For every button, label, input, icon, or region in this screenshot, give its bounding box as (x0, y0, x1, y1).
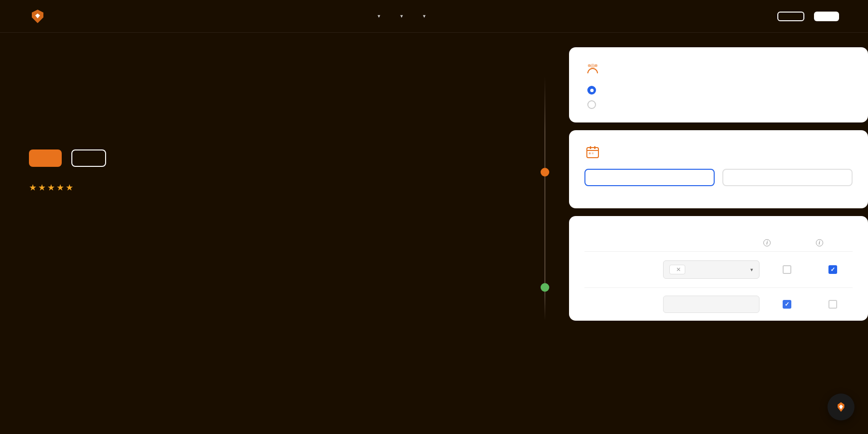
connector-line-bottom (544, 292, 545, 321)
hero-right-panel: i i ✕ ▾ (569, 47, 868, 321)
hero-section: ★ ★ ★ ★ ★ (0, 33, 868, 434)
nav-item-platform[interactable]: ▾ (375, 13, 380, 19)
star-3: ★ (47, 182, 55, 193)
schedule-monthly[interactable] (722, 169, 853, 186)
enrichment-row-jobtitle (584, 288, 853, 321)
schedule-options (584, 169, 853, 186)
autofill-checkbox-phone[interactable] (828, 265, 837, 274)
overwrite-checkbox-phone[interactable] (783, 265, 791, 274)
radio-circle-job-change (587, 86, 596, 95)
nav-links: ▾ ▾ ▾ (375, 13, 443, 19)
row-crm-phone: ✕ ▾ (663, 260, 761, 279)
col-header-autofill: i (814, 239, 853, 246)
person-icon (584, 61, 601, 77)
card-enrichment: i i ✕ ▾ (569, 216, 868, 321)
chevron-down-icon: ▾ (400, 13, 403, 19)
star-1: ★ (29, 182, 37, 193)
connector-dot-orange (541, 168, 549, 176)
connector-line-mid (544, 176, 545, 283)
chevron-down-icon: ▾ (423, 13, 426, 19)
row-overwrite-jobtitle[interactable] (761, 300, 813, 309)
svg-rect-4 (590, 146, 591, 149)
crm-chevron-icon: ▾ (750, 267, 753, 273)
card-schedule-header (584, 144, 853, 160)
hero-heading (29, 91, 395, 128)
nav-item-resources[interactable]: ▾ (420, 13, 426, 19)
radio-group (587, 86, 853, 109)
crm-tag-remove[interactable]: ✕ (676, 266, 681, 273)
row-overwrite-phone[interactable] (761, 265, 813, 274)
star-4: ★ (56, 182, 64, 193)
autofill-checkbox-jobtitle[interactable] (828, 300, 837, 309)
star-5: ★ (66, 182, 73, 193)
hero-content-left: ★ ★ ★ ★ ★ (29, 71, 395, 193)
hero-buttons (29, 149, 395, 167)
radio-missing-emails[interactable] (587, 100, 853, 109)
row-autofill-phone[interactable] (814, 265, 853, 274)
row-autofill-jobtitle[interactable] (814, 300, 853, 309)
navbar: ▾ ▾ ▾ (0, 0, 868, 33)
autofill-info-icon: i (816, 239, 823, 246)
svg-rect-7 (592, 152, 594, 154)
svg-rect-6 (589, 152, 591, 154)
login-button[interactable] (777, 12, 804, 21)
star-2: ★ (38, 182, 46, 193)
fab-button[interactable] (827, 393, 854, 420)
crm-tag-phone: ✕ (669, 265, 685, 274)
enrichment-table-header: i i (584, 239, 853, 252)
logo[interactable] (29, 8, 50, 25)
crm-select-jobtitle-empty[interactable] (663, 296, 760, 313)
calendar-icon (584, 144, 601, 160)
hero-rating: ★ ★ ★ ★ ★ (29, 182, 395, 193)
card-select-header (584, 61, 853, 77)
signup-button-hero[interactable] (29, 149, 62, 167)
card-select-data (569, 47, 868, 122)
schedule-weekly[interactable] (584, 169, 715, 186)
enrichment-row-phone: ✕ ▾ (584, 252, 853, 288)
stars: ★ ★ ★ ★ ★ (29, 182, 73, 193)
svg-point-2 (588, 64, 591, 67)
crm-select-phone[interactable]: ✕ ▾ (663, 260, 760, 279)
connector-line-top (544, 76, 545, 168)
signup-button-nav[interactable] (814, 12, 839, 21)
svg-rect-5 (594, 146, 596, 149)
card-schedule (569, 130, 868, 208)
nav-actions (768, 12, 839, 21)
connector-dot-green (541, 283, 549, 292)
radio-job-change[interactable] (587, 86, 853, 95)
col-header-overwrite: i (761, 239, 813, 246)
row-crm-jobtitle (663, 296, 761, 313)
nav-item-teams[interactable]: ▾ (398, 13, 403, 19)
radio-circle-missing-emails (587, 100, 596, 109)
overwrite-checkbox-jobtitle[interactable] (783, 300, 791, 309)
svg-point-0 (590, 64, 595, 68)
connector-line (544, 76, 546, 321)
chevron-down-icon: ▾ (378, 13, 380, 19)
overwrite-info-icon: i (763, 239, 771, 246)
request-demo-button-hero[interactable] (71, 149, 106, 167)
svg-point-1 (595, 64, 597, 67)
